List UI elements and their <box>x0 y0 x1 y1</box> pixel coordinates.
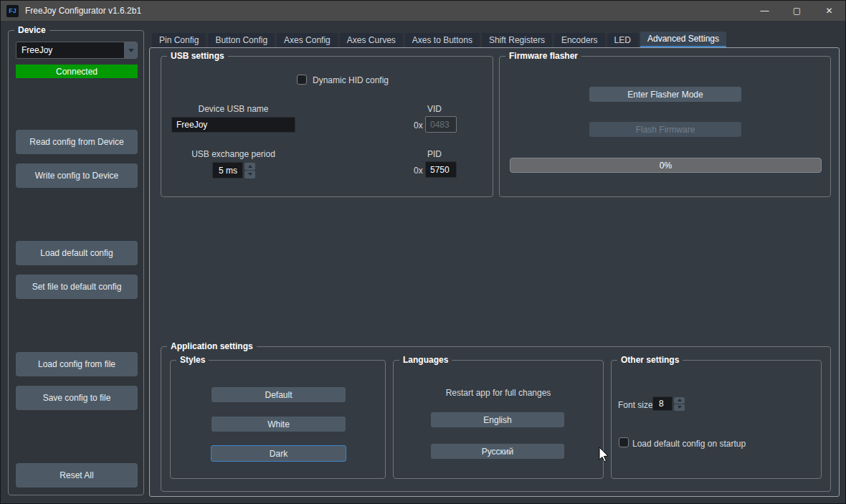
window-title: FreeJoy Configurator v1.6.2b1 <box>25 6 141 16</box>
application-settings-title: Application settings <box>167 341 257 351</box>
spin-down-icon <box>248 173 252 176</box>
tab-axes-to-buttons[interactable]: Axes to Buttons <box>405 33 480 47</box>
tab-encoders[interactable]: Encoders <box>554 33 605 47</box>
save-config-to-file-button[interactable]: Save config to file <box>16 386 138 410</box>
usb-settings-title: USB settings <box>167 51 228 61</box>
styles-group: Styles Default White Dark <box>170 360 386 479</box>
freejoy-configurator-window: FJ FreeJoy Configurator v1.6.2b1 — ▢ ✕ D… <box>0 0 846 504</box>
load-default-startup-label: Load default config on startup <box>632 439 746 449</box>
read-config-button[interactable]: Read config from Device <box>16 130 138 154</box>
flash-progress-bar: 0% <box>510 158 822 173</box>
usb-exchange-period-spinner[interactable]: 5 ms <box>212 162 255 179</box>
style-dark-button[interactable]: Dark <box>211 445 346 462</box>
firmware-flasher-title: Firmware flasher <box>505 51 581 61</box>
pid-label: PID <box>406 149 463 159</box>
languages-group: Languages Restart app for full changes E… <box>393 360 604 479</box>
style-default-button[interactable]: Default <box>212 387 346 402</box>
device-usb-name-label: Device USB name <box>171 104 295 114</box>
styles-group-title: Styles <box>176 355 209 365</box>
vid-input <box>425 116 457 133</box>
usb-settings-group: USB settings Dynamic HID config Device U… <box>161 56 493 197</box>
style-white-button[interactable]: White <box>212 417 346 432</box>
maximize-icon: ▢ <box>793 6 801 16</box>
languages-group-title: Languages <box>399 355 452 365</box>
language-russian-button[interactable]: Русский <box>431 444 564 459</box>
close-icon: ✕ <box>825 6 832 16</box>
vid-label: VID <box>406 104 463 114</box>
font-size-spin-up-button[interactable] <box>674 397 685 404</box>
app-icon: FJ <box>6 5 19 17</box>
advanced-settings-panel: USB settings Dynamic HID config Device U… <box>149 47 840 497</box>
maximize-button[interactable]: ▢ <box>781 1 813 21</box>
set-file-default-config-button[interactable]: Set file to default config <box>16 275 138 299</box>
tab-axes-curves[interactable]: Axes Curves <box>340 33 403 47</box>
device-select-value: FreeJoy <box>16 45 124 55</box>
device-select[interactable]: FreeJoy <box>16 42 138 59</box>
close-button[interactable]: ✕ <box>813 1 845 21</box>
load-config-from-file-button[interactable]: Load config from file <box>16 352 138 376</box>
flash-progress-value: 0% <box>660 161 672 171</box>
font-size-spin-down-button[interactable] <box>674 404 685 411</box>
font-size-value[interactable]: 8 <box>652 396 672 411</box>
tab-advanced-settings[interactable]: Advanced Settings <box>640 32 726 47</box>
pid-input[interactable] <box>425 161 457 178</box>
spin-up-icon <box>678 399 682 401</box>
enter-flasher-mode-button[interactable]: Enter Flasher Mode <box>589 87 741 102</box>
usb-exchange-period-label: USB exchange period <box>171 149 295 159</box>
dynamic-hid-checkbox[interactable] <box>297 75 307 85</box>
device-group-title: Device <box>14 25 49 35</box>
restart-note: Restart app for full changes <box>394 388 603 398</box>
tab-axes-config[interactable]: Axes Config <box>277 33 338 47</box>
vid-hex-prefix: 0x <box>414 120 423 130</box>
minimize-button[interactable]: — <box>748 1 781 21</box>
device-group: Device FreeJoy Connected Read config fro… <box>8 30 144 495</box>
connection-status-label: Connected <box>56 67 98 77</box>
device-usb-name-input[interactable] <box>171 117 295 133</box>
spin-up-icon <box>248 165 252 168</box>
spin-up-button[interactable] <box>244 163 255 171</box>
tab-pin-config[interactable]: Pin Config <box>152 33 206 47</box>
load-default-startup-checkbox[interactable] <box>619 437 629 447</box>
title-bar: FJ FreeJoy Configurator v1.6.2b1 — ▢ ✕ <box>1 1 845 21</box>
tab-bar: Pin Config Button Config Axes Config Axe… <box>152 32 728 47</box>
window-controls: — ▢ ✕ <box>748 1 845 21</box>
load-default-config-button[interactable]: Load default config <box>16 241 138 265</box>
connection-status-badge: Connected <box>16 65 138 78</box>
other-settings-group-title: Other settings <box>617 355 683 365</box>
tab-button-config[interactable]: Button Config <box>208 33 275 47</box>
language-english-button[interactable]: English <box>431 412 564 427</box>
write-config-button[interactable]: Write config to Device <box>16 163 138 188</box>
font-size-label: Font size <box>618 400 653 410</box>
font-size-spinner[interactable]: 8 <box>652 396 685 411</box>
tab-shift-registers[interactable]: Shift Registers <box>482 33 552 47</box>
application-settings-group: Application settings Styles Default Whit… <box>161 346 831 492</box>
minimize-icon: — <box>761 6 769 16</box>
pid-hex-prefix: 0x <box>414 166 423 176</box>
usb-exchange-period-value[interactable]: 5 ms <box>212 162 243 179</box>
spin-down-button[interactable] <box>244 171 255 179</box>
flash-firmware-button: Flash Firmware <box>589 122 741 137</box>
other-settings-group: Other settings Font size 8 Load default … <box>611 360 822 479</box>
chevron-down-icon <box>128 49 134 52</box>
device-select-dropdown-button[interactable] <box>124 42 137 58</box>
dynamic-hid-label: Dynamic HID config <box>313 75 389 85</box>
tab-led[interactable]: LED <box>607 33 638 47</box>
firmware-flasher-group: Firmware flasher Enter Flasher Mode Flas… <box>499 56 831 197</box>
reset-all-button[interactable]: Reset All <box>16 463 138 488</box>
spin-down-icon <box>678 406 682 409</box>
